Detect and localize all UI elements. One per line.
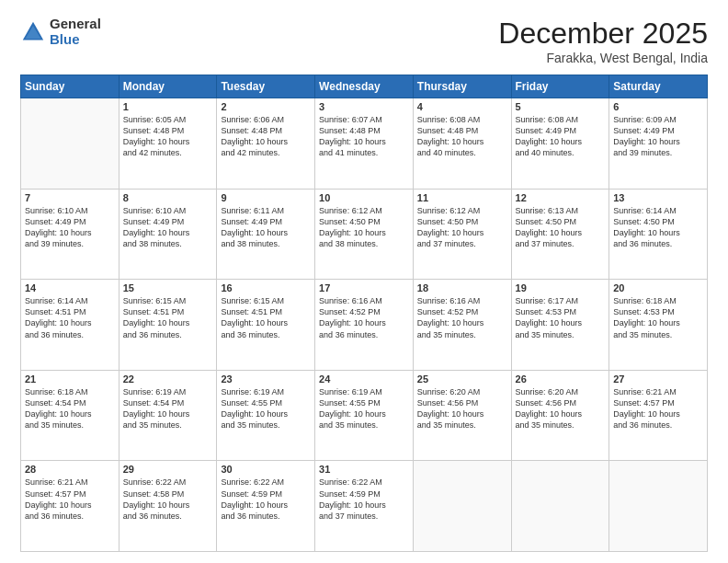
day-number: 5 — [516, 101, 606, 112]
day-number: 19 — [516, 282, 606, 293]
day-number: 27 — [613, 373, 703, 385]
calendar-cell: 24Sunrise: 6:19 AM Sunset: 4:55 PM Dayli… — [315, 370, 414, 461]
day-info: Sunrise: 6:05 AM Sunset: 4:48 PM Dayligh… — [123, 114, 213, 159]
day-number: 24 — [319, 373, 409, 385]
calendar-cell: 7Sunrise: 6:10 AM Sunset: 4:49 PM Daylig… — [21, 189, 119, 280]
day-info: Sunrise: 6:10 AM Sunset: 4:49 PM Dayligh… — [25, 205, 115, 250]
day-info: Sunrise: 6:14 AM Sunset: 4:50 PM Dayligh… — [613, 205, 703, 250]
calendar-cell — [511, 461, 609, 552]
calendar-cell: 9Sunrise: 6:11 AM Sunset: 4:49 PM Daylig… — [217, 189, 315, 280]
week-row-1: 1Sunrise: 6:05 AM Sunset: 4:48 PM Daylig… — [21, 98, 708, 190]
day-info: Sunrise: 6:08 AM Sunset: 4:48 PM Dayligh… — [417, 114, 507, 159]
weekday-header-wednesday: Wednesday — [315, 75, 414, 98]
day-number: 22 — [123, 373, 213, 385]
day-info: Sunrise: 6:20 AM Sunset: 4:56 PM Dayligh… — [516, 386, 606, 431]
day-info: Sunrise: 6:12 AM Sunset: 4:50 PM Dayligh… — [417, 205, 507, 250]
calendar-cell: 25Sunrise: 6:20 AM Sunset: 4:56 PM Dayli… — [413, 370, 511, 461]
day-number: 2 — [221, 101, 311, 112]
day-number: 13 — [613, 192, 703, 203]
location: Farakka, West Bengal, India — [498, 51, 708, 65]
day-info: Sunrise: 6:14 AM Sunset: 4:51 PM Dayligh… — [25, 295, 115, 340]
calendar-cell: 1Sunrise: 6:05 AM Sunset: 4:48 PM Daylig… — [119, 98, 217, 190]
calendar-cell: 18Sunrise: 6:16 AM Sunset: 4:52 PM Dayli… — [413, 280, 511, 371]
day-number: 9 — [221, 192, 311, 203]
day-info: Sunrise: 6:21 AM Sunset: 4:57 PM Dayligh… — [25, 477, 115, 522]
calendar-cell: 26Sunrise: 6:20 AM Sunset: 4:56 PM Dayli… — [511, 370, 609, 461]
day-info: Sunrise: 6:11 AM Sunset: 4:49 PM Dayligh… — [221, 205, 311, 250]
day-info: Sunrise: 6:16 AM Sunset: 4:52 PM Dayligh… — [417, 295, 507, 340]
calendar-cell: 2Sunrise: 6:06 AM Sunset: 4:48 PM Daylig… — [217, 98, 315, 190]
weekday-header-friday: Friday — [511, 75, 609, 98]
day-number: 12 — [516, 192, 606, 203]
day-info: Sunrise: 6:12 AM Sunset: 4:50 PM Dayligh… — [319, 205, 409, 250]
logo: General Blue — [20, 17, 101, 47]
day-number: 18 — [417, 282, 507, 293]
day-number: 1 — [123, 101, 213, 112]
day-info: Sunrise: 6:20 AM Sunset: 4:56 PM Dayligh… — [417, 386, 507, 431]
day-number: 8 — [123, 192, 213, 203]
day-number: 25 — [417, 373, 507, 385]
day-info: Sunrise: 6:10 AM Sunset: 4:49 PM Dayligh… — [123, 205, 213, 250]
day-number: 28 — [25, 464, 115, 475]
calendar-cell: 19Sunrise: 6:17 AM Sunset: 4:53 PM Dayli… — [511, 280, 609, 371]
day-number: 21 — [25, 373, 115, 385]
week-row-4: 21Sunrise: 6:18 AM Sunset: 4:54 PM Dayli… — [21, 370, 708, 461]
logo-icon — [20, 19, 46, 45]
calendar-cell: 4Sunrise: 6:08 AM Sunset: 4:48 PM Daylig… — [413, 98, 511, 190]
day-number: 4 — [417, 101, 507, 112]
day-info: Sunrise: 6:22 AM Sunset: 4:58 PM Dayligh… — [123, 477, 213, 522]
weekday-header-thursday: Thursday — [413, 75, 511, 98]
weekday-header-monday: Monday — [119, 75, 217, 98]
day-info: Sunrise: 6:16 AM Sunset: 4:52 PM Dayligh… — [319, 295, 409, 340]
calendar-cell: 22Sunrise: 6:19 AM Sunset: 4:54 PM Dayli… — [119, 370, 217, 461]
day-number: 17 — [319, 282, 409, 293]
day-number: 16 — [221, 282, 311, 293]
day-info: Sunrise: 6:18 AM Sunset: 4:54 PM Dayligh… — [25, 386, 115, 431]
day-info: Sunrise: 6:18 AM Sunset: 4:53 PM Dayligh… — [613, 295, 703, 340]
day-info: Sunrise: 6:22 AM Sunset: 4:59 PM Dayligh… — [221, 477, 311, 522]
header: General Blue December 2025 Farakka, West… — [20, 17, 708, 65]
calendar-cell: 14Sunrise: 6:14 AM Sunset: 4:51 PM Dayli… — [21, 280, 119, 371]
calendar-cell: 6Sunrise: 6:09 AM Sunset: 4:49 PM Daylig… — [609, 98, 708, 190]
calendar-cell — [21, 98, 119, 190]
weekday-header-sunday: Sunday — [21, 75, 119, 98]
day-info: Sunrise: 6:19 AM Sunset: 4:55 PM Dayligh… — [221, 386, 311, 431]
logo-general: General — [50, 16, 101, 31]
day-number: 11 — [417, 192, 507, 203]
calendar-cell: 29Sunrise: 6:22 AM Sunset: 4:58 PM Dayli… — [119, 461, 217, 552]
week-row-3: 14Sunrise: 6:14 AM Sunset: 4:51 PM Dayli… — [21, 280, 708, 371]
day-number: 29 — [123, 464, 213, 475]
calendar-cell: 13Sunrise: 6:14 AM Sunset: 4:50 PM Dayli… — [609, 189, 708, 280]
weekday-header-tuesday: Tuesday — [217, 75, 315, 98]
day-info: Sunrise: 6:22 AM Sunset: 4:59 PM Dayligh… — [319, 477, 409, 522]
day-info: Sunrise: 6:06 AM Sunset: 4:48 PM Dayligh… — [221, 114, 311, 159]
day-info: Sunrise: 6:15 AM Sunset: 4:51 PM Dayligh… — [123, 295, 213, 340]
day-info: Sunrise: 6:09 AM Sunset: 4:49 PM Dayligh… — [613, 114, 703, 159]
week-row-2: 7Sunrise: 6:10 AM Sunset: 4:49 PM Daylig… — [21, 189, 708, 280]
weekday-header-saturday: Saturday — [609, 75, 708, 98]
calendar-cell: 16Sunrise: 6:15 AM Sunset: 4:51 PM Dayli… — [217, 280, 315, 371]
calendar-cell: 12Sunrise: 6:13 AM Sunset: 4:50 PM Dayli… — [511, 189, 609, 280]
calendar-cell: 23Sunrise: 6:19 AM Sunset: 4:55 PM Dayli… — [217, 370, 315, 461]
calendar-cell: 30Sunrise: 6:22 AM Sunset: 4:59 PM Dayli… — [217, 461, 315, 552]
day-info: Sunrise: 6:15 AM Sunset: 4:51 PM Dayligh… — [221, 295, 311, 340]
calendar-cell: 8Sunrise: 6:10 AM Sunset: 4:49 PM Daylig… — [119, 189, 217, 280]
day-number: 30 — [221, 464, 311, 475]
calendar-cell: 15Sunrise: 6:15 AM Sunset: 4:51 PM Dayli… — [119, 280, 217, 371]
day-number: 7 — [25, 192, 115, 203]
day-number: 26 — [516, 373, 606, 385]
day-info: Sunrise: 6:07 AM Sunset: 4:48 PM Dayligh… — [319, 114, 409, 159]
logo-blue: Blue — [50, 31, 80, 47]
day-number: 15 — [123, 282, 213, 293]
calendar-table: SundayMondayTuesdayWednesdayThursdayFrid… — [20, 75, 708, 552]
calendar-cell — [413, 461, 511, 552]
calendar-cell: 31Sunrise: 6:22 AM Sunset: 4:59 PM Dayli… — [315, 461, 414, 552]
day-info: Sunrise: 6:08 AM Sunset: 4:49 PM Dayligh… — [516, 114, 606, 159]
calendar-cell: 10Sunrise: 6:12 AM Sunset: 4:50 PM Dayli… — [315, 189, 414, 280]
calendar-cell: 3Sunrise: 6:07 AM Sunset: 4:48 PM Daylig… — [315, 98, 414, 190]
calendar-cell: 28Sunrise: 6:21 AM Sunset: 4:57 PM Dayli… — [21, 461, 119, 552]
day-info: Sunrise: 6:19 AM Sunset: 4:54 PM Dayligh… — [123, 386, 213, 431]
page: General Blue December 2025 Farakka, West… — [0, 0, 728, 563]
day-number: 6 — [613, 101, 703, 112]
calendar-cell — [609, 461, 708, 552]
